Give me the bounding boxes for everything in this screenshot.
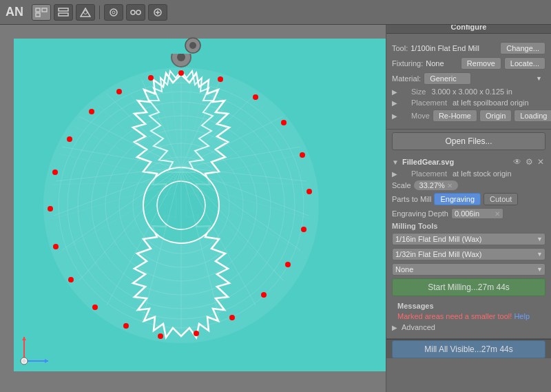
advanced-expand-icon[interactable]: ▶ <box>392 324 397 331</box>
toolbar-icon-5[interactable] <box>126 4 145 21</box>
material-select[interactable]: Generic <box>424 72 471 85</box>
svg-point-76 <box>123 323 129 329</box>
svg-point-72 <box>261 292 267 298</box>
toolbar: AN <box>0 0 551 25</box>
tool-value: 1/100in Flat End Mill <box>410 44 497 52</box>
tool2-select-wrapper: 1/32in Flat End Mill (Wax) <box>392 248 545 260</box>
tool-row: Tool: 1/100in Flat End Mill Change... <box>392 42 545 54</box>
rehome-button[interactable]: Re-Home <box>433 110 477 122</box>
milling-tools-label: Milling Tools <box>392 222 437 230</box>
change-button[interactable]: Change... <box>500 42 545 54</box>
svg-point-65 <box>218 76 223 82</box>
depth-clear-icon[interactable]: ✕ <box>495 210 500 218</box>
toolbar-icon-4[interactable] <box>104 4 123 21</box>
svg-point-75 <box>158 333 163 339</box>
messages-section: Messages Marked areas need a smaller too… <box>392 299 545 323</box>
main-area: Configure Tool: 1/100in Flat End Mill Ch… <box>0 25 551 392</box>
placement-label: Placement <box>402 99 447 107</box>
svg-point-77 <box>92 305 98 310</box>
svg-rect-1 <box>42 8 47 12</box>
toolbar-icon-1[interactable] <box>32 4 51 21</box>
svg-point-10 <box>136 10 141 14</box>
axes-indicator <box>17 333 52 368</box>
toolbar-icon-6[interactable] <box>148 4 167 21</box>
svg-marker-89 <box>45 359 48 363</box>
svg-marker-5 <box>81 8 90 17</box>
help-link[interactable]: Help <box>514 312 530 320</box>
placement-expand-icon[interactable]: ▶ <box>392 99 397 107</box>
close-icon[interactable]: ✕ <box>536 157 545 167</box>
file-placement-row: ▶ Placement at left stock origin <box>392 169 545 178</box>
depth-field[interactable] <box>455 209 492 218</box>
move-expand-icon[interactable]: ▶ <box>392 112 397 120</box>
loading-button[interactable]: Loading <box>514 110 551 122</box>
file-title: FilledGear.svg <box>402 158 454 166</box>
depth-input[interactable]: ✕ <box>451 208 503 219</box>
configure-title: Configure <box>386 25 551 34</box>
advanced-label: Advanced <box>402 323 435 331</box>
mount-indicator <box>185 37 201 56</box>
placement-value: at left spoilboard origin <box>453 99 529 107</box>
svg-point-82 <box>67 136 72 142</box>
settings-icon[interactable]: ⚙ <box>524 157 534 167</box>
svg-point-84 <box>116 89 122 94</box>
cutout-button[interactable]: Cutout <box>484 193 518 205</box>
scale-remove-icon[interactable]: ✕ <box>447 182 453 189</box>
file-action-icons: 👁 ⚙ ✕ <box>512 157 545 167</box>
mill-all-button[interactable]: Mill All Visible...27m 44s <box>392 340 545 358</box>
tool2-select[interactable]: 1/32in Flat End Mill (Wax) <box>392 248 545 260</box>
start-milling-button[interactable]: Start Milling...27m 44s <box>392 278 545 296</box>
svg-rect-4 <box>59 13 68 16</box>
placement-row: ▶ Placement at left spoilboard origin <box>392 99 545 107</box>
scale-row: Scale 33.27% ✕ <box>392 180 545 190</box>
file-placement-expand[interactable]: ▶ <box>392 170 397 178</box>
toolbar-icon-3[interactable] <box>76 4 95 21</box>
file-placement-label: Placement <box>402 169 447 178</box>
svg-point-8 <box>112 11 115 14</box>
fixturing-label: Fixturing: <box>392 59 423 68</box>
tool1-row: 1/16in Flat End Mill (Wax) <box>392 233 545 245</box>
scale-value: 33.27% <box>419 181 445 189</box>
origin-button[interactable]: Origin <box>479 110 512 122</box>
svg-rect-2 <box>36 13 40 17</box>
right-panel: Configure Tool: 1/100in Flat End Mill Ch… <box>386 25 551 392</box>
file-header: ▼ FilledGear.svg 👁 ⚙ ✕ <box>392 157 545 167</box>
remove-button[interactable]: Remove <box>461 57 501 70</box>
error-text: Marked areas need a smaller tool! <box>397 312 512 320</box>
file-placement-value: at left stock origin <box>453 169 512 178</box>
scale-pill: 33.27% ✕ <box>414 180 458 190</box>
svg-rect-0 <box>36 8 40 12</box>
viewport[interactable] <box>0 25 386 392</box>
open-files-button[interactable]: Open Files... <box>392 132 545 150</box>
svg-point-71 <box>285 262 291 267</box>
toolbar-separator <box>99 6 100 19</box>
svg-point-95 <box>189 42 196 49</box>
size-value: 3.000 x 3.000 x 0.125 in <box>431 87 512 96</box>
svg-point-85 <box>148 75 154 81</box>
gear-visualization <box>30 54 333 357</box>
locate-button[interactable]: Locate... <box>504 57 545 70</box>
engraving-button[interactable]: Engraving <box>434 193 481 205</box>
material-row: Material: Generic ▼ <box>392 72 545 85</box>
move-buttons: Re-Home Origin Loading <box>433 110 551 122</box>
svg-point-81 <box>52 169 58 175</box>
svg-point-69 <box>306 189 312 194</box>
canvas-background <box>14 39 386 371</box>
tool-label: Tool: <box>392 44 408 52</box>
messages-title: Messages <box>397 302 540 310</box>
move-row: ▶ Move Re-Home Origin Loading <box>392 110 545 122</box>
toolbar-icon-2[interactable] <box>54 4 73 21</box>
size-expand-icon[interactable]: ▶ <box>392 88 397 96</box>
svg-point-80 <box>48 206 53 212</box>
file-section: ▼ FilledGear.svg 👁 ⚙ ✕ ▶ Placement at le… <box>386 153 551 339</box>
tool1-select[interactable]: 1/16in Flat End Mill (Wax) <box>392 233 545 245</box>
eye-icon[interactable]: 👁 <box>512 157 523 167</box>
advanced-row: ▶ Advanced <box>392 323 545 331</box>
tool1-select-wrapper: 1/16in Flat End Mill (Wax) <box>392 233 545 245</box>
file-expand-icon[interactable]: ▼ <box>392 158 399 166</box>
svg-point-93 <box>22 359 26 363</box>
tool3-select[interactable]: None <box>392 263 545 276</box>
svg-point-6 <box>84 10 87 14</box>
svg-point-83 <box>89 109 94 114</box>
svg-point-7 <box>110 9 117 16</box>
